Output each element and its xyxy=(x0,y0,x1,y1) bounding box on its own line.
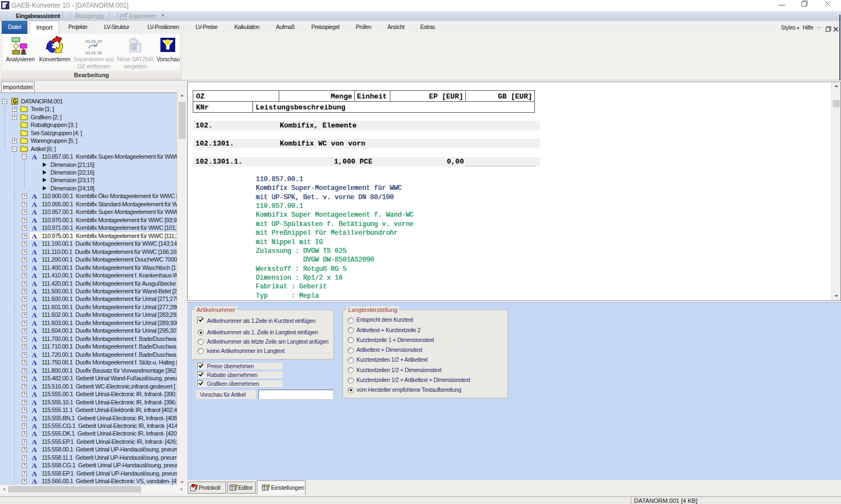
svg-text:SNR: SNR xyxy=(130,37,136,40)
svg-text:02: 02 xyxy=(133,47,136,50)
